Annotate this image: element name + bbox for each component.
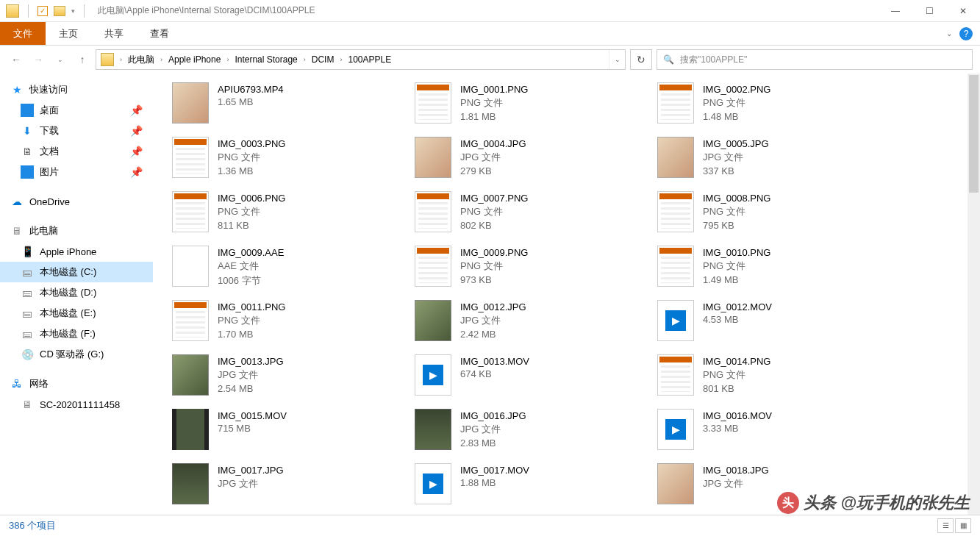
sidebar-documents[interactable]: 🗎文档📌 <box>0 141 153 162</box>
back-button[interactable]: ← <box>7 51 25 68</box>
address-bar[interactable]: › 此电脑 › Apple iPhone › Internal Storage … <box>96 49 626 70</box>
breadcrumb-item[interactable]: 100APPLE <box>345 54 394 65</box>
file-name: IMG_0014.PNG <box>703 356 771 367</box>
search-input[interactable]: 🔍 搜索"100APPLE" <box>657 49 973 70</box>
breadcrumb-item[interactable]: Internal Storage <box>232 54 300 65</box>
file-item[interactable]: IMG_0007.PNGPNG 文件802 KB <box>410 188 653 240</box>
chevron-right-icon[interactable]: › <box>302 56 307 63</box>
sidebar-drive-c[interactable]: 🖴本地磁盘 (C:) <box>0 262 153 282</box>
file-item[interactable]: IMG_0010.PNGPNG 文件1.49 MB <box>653 243 895 294</box>
sidebar-drive-f[interactable]: 🖴本地磁盘 (F:) <box>0 324 153 344</box>
file-item[interactable]: ▶IMG_0016.MOV3.33 MB <box>653 406 895 457</box>
file-item[interactable]: IMG_0002.PNGPNG 文件1.48 MB <box>653 79 895 131</box>
sidebar-desktop[interactable]: 桌面📌 <box>0 100 153 121</box>
file-type: JPG 文件 <box>460 423 526 436</box>
breadcrumb-item[interactable]: 此电脑 <box>125 54 157 66</box>
tab-share[interactable]: 共享 <box>91 22 137 45</box>
sidebar-drive-d[interactable]: 🖴本地磁盘 (D:) <box>0 282 153 303</box>
file-item[interactable]: IMG_0003.PNGPNG 文件1.36 MB <box>168 134 410 185</box>
file-item[interactable]: IMG_0012.JPGJPG 文件2.42 MB <box>410 297 653 349</box>
breadcrumb-item[interactable]: DCIM <box>309 54 337 65</box>
chevron-right-icon[interactable]: › <box>118 56 124 63</box>
file-item[interactable]: IMG_0008.PNGPNG 文件795 KB <box>653 188 895 240</box>
sidebar-quick-access[interactable]: ★快速访问 <box>0 79 153 100</box>
file-item[interactable]: IMG_0001.PNGPNG 文件1.81 MB <box>410 79 653 131</box>
icons-view-button[interactable]: ▦ <box>955 518 971 533</box>
file-item[interactable]: IMG_0009.PNGPNG 文件973 KB <box>410 243 653 294</box>
file-item[interactable]: IMG_0015.MOV715 MB <box>168 406 410 457</box>
chevron-right-icon[interactable]: › <box>225 56 230 63</box>
phone-icon: 📱 <box>21 245 34 258</box>
tab-file[interactable]: 文件 <box>0 22 46 45</box>
minimize-button[interactable]: — <box>879 0 912 22</box>
file-size: 674 KB <box>460 368 529 379</box>
sidebar-iphone[interactable]: 📱Apple iPhone <box>0 241 153 262</box>
sidebar-onedrive[interactable]: ☁OneDrive <box>0 191 153 212</box>
sidebar-cd-drive[interactable]: 💿CD 驱动器 (G:) <box>0 344 153 365</box>
file-name: IMG_0005.JPG <box>703 138 769 149</box>
watermark-logo-icon: 头 <box>777 492 799 514</box>
file-size: 1.88 MB <box>460 477 529 488</box>
file-name: IMG_0001.PNG <box>460 84 529 95</box>
pin-icon: 📌 <box>130 166 143 178</box>
close-button[interactable]: ✕ <box>946 0 980 22</box>
tab-home[interactable]: 主页 <box>46 22 91 45</box>
file-item[interactable]: IMG_0004.JPGJPG 文件279 KB <box>410 134 653 185</box>
folder-icon[interactable] <box>54 6 65 16</box>
chevron-down-icon[interactable]: ⌄ <box>946 29 952 37</box>
file-item[interactable]: IMG_0005.JPGJPG 文件337 KB <box>653 134 895 185</box>
file-item[interactable]: IMG_0016.JPGJPG 文件2.83 MB <box>410 406 653 457</box>
recent-dropdown[interactable]: ⌄ <box>51 51 69 68</box>
file-item[interactable]: IMG_0009.AAEAAE 文件1006 字节 <box>168 243 410 294</box>
file-thumbnail <box>415 137 451 178</box>
status-bar: 386 个项目 ☰ ▦ <box>0 515 980 535</box>
file-name: IMG_0010.PNG <box>703 247 771 258</box>
tab-view[interactable]: 查看 <box>137 22 182 45</box>
properties-icon[interactable] <box>37 6 48 16</box>
search-placeholder: 搜索"100APPLE" <box>680 54 747 66</box>
details-view-button[interactable]: ☰ <box>937 518 954 533</box>
scrollbar[interactable] <box>968 74 980 515</box>
file-item[interactable]: APIU6793.MP41.65 MB <box>168 79 410 131</box>
file-item[interactable]: ▶IMG_0013.MOV674 KB <box>410 351 653 403</box>
maximize-button[interactable]: ☐ <box>912 0 946 22</box>
file-name: IMG_0012.JPG <box>460 301 526 312</box>
refresh-button[interactable]: ↻ <box>630 49 652 70</box>
file-item[interactable]: IMG_0006.PNGPNG 文件811 KB <box>168 188 410 240</box>
file-type: JPG 文件 <box>703 477 769 490</box>
breadcrumb-item[interactable]: Apple iPhone <box>165 54 223 65</box>
file-item[interactable]: IMG_0011.PNGPNG 文件1.70 MB <box>168 297 410 349</box>
file-item[interactable]: IMG_0013.JPGJPG 文件2.54 MB <box>168 351 410 403</box>
forward-button[interactable]: → <box>29 51 47 68</box>
sidebar-downloads[interactable]: ⬇下载📌 <box>0 121 153 141</box>
drive-icon: 🖴 <box>21 286 34 299</box>
chevron-right-icon[interactable]: › <box>159 56 164 63</box>
chevron-right-icon[interactable]: › <box>338 56 343 63</box>
sidebar-network[interactable]: 🖧网络 <box>0 374 153 394</box>
file-item[interactable]: IMG_0014.PNGPNG 文件801 KB <box>653 351 895 403</box>
file-thumbnail <box>172 191 209 232</box>
sidebar-drive-e[interactable]: 🖴本地磁盘 (E:) <box>0 303 153 324</box>
file-size: 795 KB <box>703 220 771 231</box>
file-size: 715 MB <box>218 423 287 434</box>
sidebar-this-pc[interactable]: 🖥此电脑 <box>0 221 153 241</box>
up-button[interactable]: ↑ <box>74 51 91 68</box>
file-name: IMG_0017.MOV <box>460 465 529 476</box>
file-thumbnail: ▶ <box>415 463 451 504</box>
address-dropdown[interactable]: ⌄ <box>609 50 625 69</box>
file-list[interactable]: APIU6793.MP41.65 MBIMG_0001.PNGPNG 文件1.8… <box>153 74 980 515</box>
title-bar: ▾ 此电脑\Apple iPhone\Internal Storage\DCIM… <box>0 0 980 22</box>
file-size: 801 KB <box>703 383 771 394</box>
help-icon[interactable]: ? <box>959 27 973 40</box>
pin-icon: 📌 <box>130 104 143 116</box>
file-item[interactable]: ▶IMG_0017.MOV1.88 MB <box>410 460 653 512</box>
qat-dropdown-icon[interactable]: ▾ <box>71 7 75 15</box>
sidebar-network-pc[interactable]: 🖥SC-202011111458 <box>0 394 153 415</box>
scrollbar-thumb[interactable] <box>969 75 979 193</box>
picture-icon <box>21 165 34 179</box>
file-item[interactable]: ▶IMG_0012.MOV4.53 MB <box>653 297 895 349</box>
file-thumbnail <box>657 191 694 232</box>
file-item[interactable]: IMG_0017.JPGJPG 文件 <box>168 460 410 512</box>
sidebar-pictures[interactable]: 图片📌 <box>0 162 153 182</box>
file-size: 2.54 MB <box>218 383 284 394</box>
